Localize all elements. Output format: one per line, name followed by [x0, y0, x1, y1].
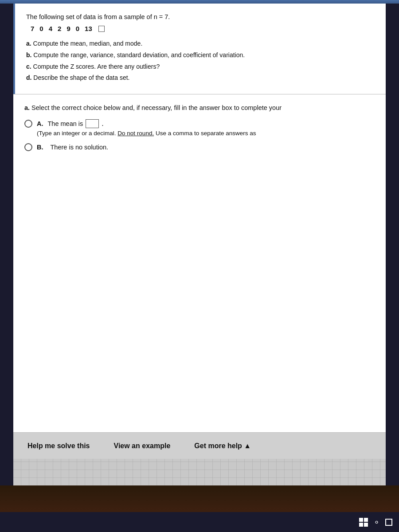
part-a: a. Compute the mean, median, and mode. — [26, 39, 375, 49]
question-intro: The following set of data is from a samp… — [26, 13, 375, 20]
option-b-text: There is no solution. — [51, 144, 109, 151]
part-c: c. Compute the Z scores. Are there any o… — [26, 62, 375, 72]
data-value-3: 2 — [58, 25, 61, 32]
data-value-2: 4 — [49, 25, 52, 32]
taskbar: ⚬ — [0, 512, 399, 532]
get-more-help-button[interactable]: Get more help ▲ — [189, 438, 256, 454]
option-a-hint: (Type an integer or a decimal. Do not ro… — [37, 130, 256, 137]
data-value-5: 0 — [76, 25, 79, 32]
question-parts: a. Compute the mean, median, and mode. b… — [26, 39, 375, 83]
panel-container: The following set of data is from a samp… — [13, 4, 386, 459]
data-value-0: 7 — [31, 25, 34, 32]
taskbar-square-icon[interactable] — [385, 519, 392, 526]
data-values-row: 7 0 4 2 9 0 13 — [26, 25, 375, 32]
answer-panel: a. Select the correct choice below and, … — [13, 94, 386, 459]
dark-right-panel — [386, 4, 399, 485]
radio-option-a[interactable] — [24, 120, 32, 128]
windows-start-icon[interactable] — [359, 518, 368, 527]
data-value-1: 0 — [39, 25, 43, 32]
option-a-row: A. The mean is . (Type an integer or a d… — [24, 119, 375, 137]
content-wrapper: The following set of data is from a samp… — [13, 4, 386, 485]
option-a-text: The mean is — [48, 120, 83, 127]
data-icon — [98, 26, 105, 32]
mean-input-box[interactable] — [86, 119, 99, 128]
period-after-input: . — [102, 120, 103, 128]
radio-option-b[interactable] — [24, 143, 32, 151]
option-a-content: A. The mean is . (Type an integer or a d… — [37, 119, 256, 137]
option-a-label: A. — [37, 120, 43, 127]
question-panel: The following set of data is from a samp… — [13, 4, 386, 94]
data-value-4: 9 — [66, 25, 70, 32]
top-bar — [0, 0, 399, 4]
action-bar: Help me solve this View an example Get m… — [13, 432, 386, 459]
part-b: b. Compute the range, variance, standard… — [26, 50, 375, 61]
part-d: d. Describe the shape of the data set. — [26, 73, 375, 83]
help-solve-button[interactable]: Help me solve this — [22, 438, 95, 454]
dark-left-panel — [0, 4, 13, 485]
option-b-row: B. There is no solution. — [24, 143, 375, 151]
bottom-decorative-area — [0, 485, 399, 512]
do-not-round-text: Do not round. — [117, 130, 154, 137]
answer-prompt: a. Select the correct choice below and, … — [24, 104, 375, 111]
option-b-label: B. — [37, 144, 43, 151]
data-value-6: 13 — [85, 25, 92, 32]
view-example-button[interactable]: View an example — [109, 438, 176, 454]
taskbar-search-icon[interactable]: ⚬ — [373, 517, 380, 527]
